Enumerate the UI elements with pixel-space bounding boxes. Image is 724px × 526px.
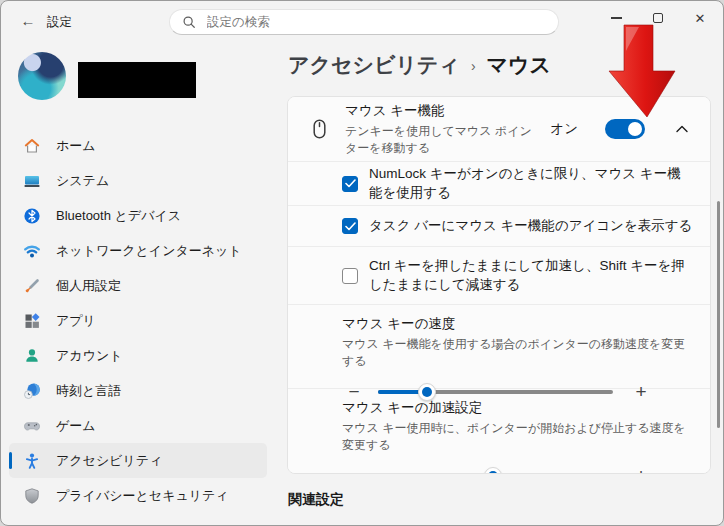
- mouse-keys-speed-row: マウス キーの速度 マウス キー機能を使用する場合のポインターの移動速度を変更す…: [288, 304, 710, 388]
- selected-indicator: [9, 452, 12, 469]
- related-settings-heading: 関連設定: [288, 491, 344, 509]
- sidebar-item-label: 個人用設定: [56, 277, 121, 295]
- close-button[interactable]: ✕: [679, 1, 721, 35]
- maximize-icon: [653, 13, 663, 23]
- system-icon: [22, 171, 41, 190]
- sidebar-item-accounts[interactable]: アカウント: [9, 338, 267, 373]
- sidebar-item-label: 時刻と言語: [56, 382, 121, 400]
- sidebar-item-label: ホーム: [56, 137, 96, 155]
- sidebar-item-label: ゲーム: [56, 417, 96, 435]
- sidebar-item-network-internet[interactable]: ネットワークとインターネット: [9, 233, 267, 268]
- ctrl-shift-speed-checkbox[interactable]: [342, 268, 358, 284]
- speed-increase-button[interactable]: +: [629, 382, 653, 402]
- search-icon: [182, 15, 196, 29]
- slider-title: マウス キーの速度: [342, 315, 694, 333]
- sidebar-item-accessibility[interactable]: アクセシビリティ: [9, 443, 267, 478]
- time-language-icon: [22, 381, 41, 400]
- back-arrow-icon: ←: [21, 12, 36, 29]
- minimize-icon: [611, 17, 622, 18]
- network-icon: [22, 241, 41, 260]
- checkbox-label: Ctrl キーを押したままにして加速し、Shift キーを押したままにして減速す…: [369, 257, 694, 293]
- title-bar: ← 設定 ✕: [1, 1, 723, 41]
- close-icon: ✕: [695, 11, 706, 26]
- mouse-keys-description: テンキーを使用してマウス ポインターを移動する: [345, 123, 534, 157]
- apps-icon: [22, 311, 41, 330]
- breadcrumb: アクセシビリティ › マウス: [288, 51, 551, 79]
- taskbar-icon-checkbox-row[interactable]: タスク バーにマウス キー機能のアイコンを表示する: [288, 205, 710, 246]
- acceleration-increase-button[interactable]: +: [629, 466, 653, 474]
- home-icon: [22, 136, 41, 155]
- sidebar-item-label: アカウント: [56, 347, 123, 365]
- ctrl-shift-speed-checkbox-row[interactable]: Ctrl キーを押したままにして加速し、Shift キーを押したままにして減速す…: [288, 246, 710, 304]
- sidebar-item-label: ネットワークとインターネット: [56, 242, 242, 260]
- mouse-keys-titles: マウス キー機能 テンキーを使用してマウス ポインターを移動する: [345, 102, 534, 157]
- sidebar-item-label: アクセシビリティ: [56, 452, 162, 470]
- speed-slider[interactable]: [378, 382, 613, 402]
- accessibility-icon: [22, 451, 41, 470]
- sidebar-item-time-language[interactable]: 時刻と言語: [9, 373, 267, 408]
- search-box[interactable]: [169, 9, 559, 35]
- acceleration-decrease-button[interactable]: −: [342, 466, 366, 474]
- expander-collapse-button[interactable]: [669, 116, 695, 142]
- sidebar-item-system[interactable]: システム: [9, 163, 267, 198]
- settings-window: ← 設定 ✕ ホーム システム Bluetooth とデバイス: [0, 0, 724, 526]
- numlock-checkbox[interactable]: [342, 176, 358, 192]
- speed-slider-thumb[interactable]: [418, 383, 436, 401]
- slider-description: マウス キー使用時に、ポインターが開始および停止する速度を変更する: [342, 420, 694, 454]
- window-controls: ✕: [595, 1, 721, 39]
- accounts-icon: [22, 346, 41, 365]
- mouse-keys-toggle[interactable]: [605, 119, 645, 139]
- sidebar-item-bluetooth-devices[interactable]: Bluetooth とデバイス: [9, 198, 267, 233]
- sidebar-item-home[interactable]: ホーム: [9, 128, 267, 163]
- minimize-button[interactable]: [595, 1, 637, 35]
- slider-description: マウス キー機能を使用する場合のポインターの移動速度を変更する: [342, 336, 694, 370]
- mouse-icon: [310, 118, 329, 140]
- personalization-icon: [22, 276, 41, 295]
- sidebar-item-label: Bluetooth とデバイス: [56, 207, 181, 225]
- user-name-redacted: [78, 62, 196, 98]
- breadcrumb-separator-icon: ›: [471, 56, 476, 74]
- bluetooth-icon: [22, 206, 41, 225]
- acceleration-slider[interactable]: [378, 466, 613, 474]
- checkbox-label: NumLock キーがオンのときに限り、マウス キー機能を使用する: [369, 165, 694, 201]
- page-title: マウス: [487, 51, 551, 79]
- sidebar-item-personalization[interactable]: 個人用設定: [9, 268, 267, 303]
- user-avatar[interactable]: [18, 52, 66, 100]
- sidebar-item-label: アプリ: [56, 312, 96, 330]
- gaming-icon: [22, 416, 41, 435]
- toggle-state-label: オン: [550, 120, 578, 138]
- sidebar-item-label: プライバシーとセキュリティ: [56, 487, 229, 505]
- toggle-knob: [628, 122, 642, 136]
- sidebar-item-label: システム: [56, 172, 109, 190]
- mouse-keys-title: マウス キー機能: [345, 102, 534, 120]
- mouse-keys-card: マウス キー機能 テンキーを使用してマウス ポインターを移動する オン NumL…: [287, 96, 711, 474]
- app-title: 設定: [47, 14, 72, 31]
- sidebar-nav: ホーム システム Bluetooth とデバイス ネットワークとインターネット …: [9, 128, 267, 513]
- breadcrumb-parent[interactable]: アクセシビリティ: [288, 51, 460, 79]
- search-input[interactable]: [205, 14, 546, 30]
- numlock-checkbox-row[interactable]: NumLock キーがオンのときに限り、マウス キー機能を使用する: [288, 161, 710, 205]
- taskbar-icon-checkbox[interactable]: [342, 218, 358, 234]
- acceleration-slider-thumb[interactable]: [484, 467, 502, 474]
- sidebar-item-gaming[interactable]: ゲーム: [9, 408, 267, 443]
- back-button[interactable]: ←: [13, 7, 43, 33]
- vertical-scrollbar[interactable]: [717, 201, 720, 428]
- maximize-button[interactable]: [637, 1, 679, 35]
- privacy-icon: [22, 486, 41, 505]
- chevron-up-icon: [676, 125, 688, 133]
- checkbox-label: タスク バーにマウス キー機能のアイコンを表示する: [369, 217, 692, 235]
- sidebar-item-apps[interactable]: アプリ: [9, 303, 267, 338]
- sidebar-item-privacy-security[interactable]: プライバシーとセキュリティ: [9, 478, 267, 513]
- mouse-keys-expander-row[interactable]: マウス キー機能 テンキーを使用してマウス ポインターを移動する オン: [288, 97, 710, 161]
